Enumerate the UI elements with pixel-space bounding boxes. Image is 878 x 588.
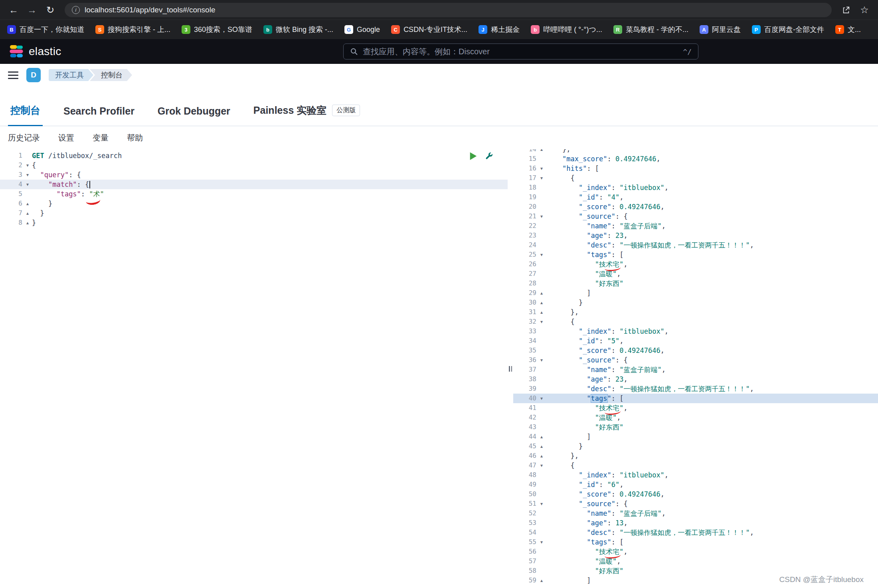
fold-toggle-icon[interactable]: ▴ [537, 307, 546, 317]
fold-toggle-icon[interactable]: ▴ [537, 149, 546, 154]
send-request-button[interactable] [469, 152, 477, 160]
response-line[interactable]: 38 "age": 23, [513, 374, 878, 384]
share-icon[interactable] [839, 6, 853, 14]
bookmark-item[interactable]: CCSDN-专业IT技术... [391, 25, 467, 34]
fold-toggle-icon[interactable]: ▾ [23, 180, 32, 189]
response-line[interactable]: 47▾ { [513, 461, 878, 470]
bookmark-item[interactable]: A阿里云盘 [700, 25, 741, 34]
response-line[interactable]: 29▴ ] [513, 288, 878, 298]
tab-Grok Debugger[interactable]: Grok Debugger [155, 105, 233, 126]
response-line[interactable]: 39 "desc": "一顿操作猛如虎，一看工资两千五！！！", [513, 384, 878, 394]
response-line[interactable]: 52 "name": "蓝盒子后端", [513, 509, 878, 518]
fold-toggle-icon[interactable]: ▾ [537, 173, 546, 183]
tab-Search Profiler[interactable]: Search Profiler [61, 105, 137, 126]
tab-Painless 实验室[interactable]: Painless 实验室公测版 [251, 104, 362, 126]
fold-toggle-icon[interactable]: ▴ [23, 208, 32, 218]
response-line[interactable]: 42 "温暖", [513, 413, 878, 422]
bookmark-item[interactable]: J稀土掘金 [479, 25, 520, 34]
elastic-logo[interactable] [9, 44, 24, 59]
response-line[interactable]: 48 "_index": "itbluebox", [513, 470, 878, 480]
fold-toggle-icon[interactable]: ▴ [537, 441, 546, 451]
response-line[interactable]: 25▾ "tags": [ [513, 250, 878, 259]
bookmark-item[interactable]: 3360搜索，SO靠谱 [182, 25, 252, 34]
request-line[interactable]: 1GET /itbluebox/_search [0, 151, 508, 160]
response-line[interactable]: 18 "_index": "itbluebox", [513, 183, 878, 192]
fold-toggle-icon[interactable]: ▴ [537, 298, 546, 307]
fold-toggle-icon[interactable]: ▴ [23, 199, 32, 208]
response-line[interactable]: 43 "好东西" [513, 422, 878, 432]
response-line[interactable]: 53 "age": 13, [513, 518, 878, 528]
request-line[interactable]: 7▴ } [0, 208, 508, 218]
fold-toggle-icon[interactable]: ▴ [23, 218, 32, 228]
response-line[interactable]: 56 "技术宅", [513, 547, 878, 556]
response-line[interactable]: 19 "_id": "4", [513, 192, 878, 202]
fold-toggle-icon[interactable]: ▾ [537, 164, 546, 173]
response-line[interactable]: 55▾ "tags": [ [513, 537, 878, 547]
fold-toggle-icon[interactable]: ▾ [537, 461, 546, 470]
request-line[interactable]: 5 "tags": "术" [0, 189, 508, 199]
response-line[interactable]: 46▴ }, [513, 451, 878, 461]
fold-toggle-icon[interactable]: ▾ [537, 355, 546, 365]
bookmark-item[interactable]: P百度网盘-全部文件 [752, 25, 824, 34]
fold-toggle-icon[interactable]: ▴ [537, 288, 546, 298]
tab-控制台[interactable]: 控制台 [8, 104, 43, 126]
response-line[interactable]: 40▾ "tags": [ [513, 394, 878, 403]
response-line[interactable]: 26 "技术宅", [513, 259, 878, 269]
response-line[interactable]: 51▾ "_source": { [513, 499, 878, 509]
forward-icon[interactable]: → [25, 3, 39, 17]
bookmark-star-icon[interactable]: ☆ [857, 4, 872, 16]
fold-toggle-icon[interactable]: ▴ [537, 451, 546, 461]
wrench-icon[interactable] [484, 152, 493, 160]
fold-toggle-icon[interactable]: ▾ [537, 212, 546, 221]
request-line[interactable]: 8▴} [0, 218, 508, 228]
response-line[interactable]: 31▴ }, [513, 307, 878, 317]
fold-toggle-icon[interactable]: ▾ [537, 499, 546, 509]
response-line[interactable]: 27 "温暖", [513, 269, 878, 279]
response-line[interactable]: 24 "desc": "一顿操作猛如虎，一看工资两千五！！！", [513, 240, 878, 250]
bookmark-item[interactable]: R菜鸟教程 - 学的不... [613, 25, 688, 34]
bookmark-item[interactable]: T文... [835, 25, 861, 34]
response-line[interactable]: 28 "好东西" [513, 279, 878, 288]
global-search-input[interactable]: 查找应用、内容等。例如：Discover ^/ [343, 44, 698, 59]
response-line[interactable]: 45▴ } [513, 441, 878, 451]
fold-toggle-icon[interactable]: ▾ [537, 317, 546, 327]
request-line[interactable]: 2▾{ [0, 160, 508, 170]
address-bar[interactable]: i localhost:5601/app/dev_tools#/console [65, 3, 832, 17]
response-line[interactable]: 15 "max_score": 0.49247646, [513, 154, 878, 164]
request-line[interactable]: 6▴ } [0, 199, 508, 208]
console-menu-item[interactable]: 帮助 [127, 133, 143, 143]
response-line[interactable]: 37 "name": "蓝盒子前端", [513, 365, 878, 374]
response-line[interactable]: 20 "_score": 0.49247646, [513, 202, 878, 212]
response-line[interactable]: 49 "_id": "6", [513, 480, 878, 489]
menu-hamburger-icon[interactable] [8, 69, 18, 82]
response-line[interactable]: 36▾ "_source": { [513, 355, 878, 365]
response-line[interactable]: 57 "温暖", [513, 556, 878, 566]
response-viewer[interactable]: 14▴ },15 "max_score": 0.49247646,16▾ "hi… [513, 149, 878, 588]
fold-toggle-icon[interactable]: ▴ [537, 576, 546, 585]
bookmark-item[interactable]: GGoogle [344, 25, 380, 34]
response-line[interactable]: 30▴ } [513, 298, 878, 307]
response-line[interactable]: 35 "_score": 0.49247646, [513, 346, 878, 355]
response-line[interactable]: 21▾ "_source": { [513, 212, 878, 221]
response-line[interactable]: 17▾ { [513, 173, 878, 183]
fold-toggle-icon[interactable]: ▾ [537, 537, 546, 547]
response-line[interactable]: 16▾ "hits": [ [513, 164, 878, 173]
fold-toggle-icon[interactable]: ▾ [537, 250, 546, 259]
bookmark-item[interactable]: B百度一下，你就知道 [7, 25, 84, 34]
fold-toggle-icon[interactable]: ▾ [23, 170, 32, 180]
response-line[interactable]: 44▴ ] [513, 432, 878, 441]
response-line[interactable]: 54 "desc": "一顿操作猛如虎，一看工资两千五！！！", [513, 528, 878, 537]
response-line[interactable]: 41 "技术宅", [513, 403, 878, 413]
response-line[interactable]: 33 "_index": "itbluebox", [513, 327, 878, 336]
fold-toggle-icon[interactable]: ▴ [537, 432, 546, 441]
breadcrumb-item[interactable]: 控制台 [90, 69, 132, 81]
request-line[interactable]: 4▾ "match": { [0, 180, 508, 189]
bookmark-item[interactable]: b哔哩哔哩 ( °-°)つ... [531, 25, 602, 34]
split-resize-handle[interactable] [508, 149, 513, 588]
breadcrumb-item[interactable]: 开发工具 [49, 69, 93, 81]
request-line[interactable]: 3▾ "query": { [0, 170, 508, 180]
fold-toggle-icon[interactable]: ▾ [23, 160, 32, 170]
response-line[interactable]: 34 "_id": "5", [513, 336, 878, 346]
console-menu-item[interactable]: 设置 [58, 133, 74, 143]
response-line[interactable]: 32▾ { [513, 317, 878, 327]
